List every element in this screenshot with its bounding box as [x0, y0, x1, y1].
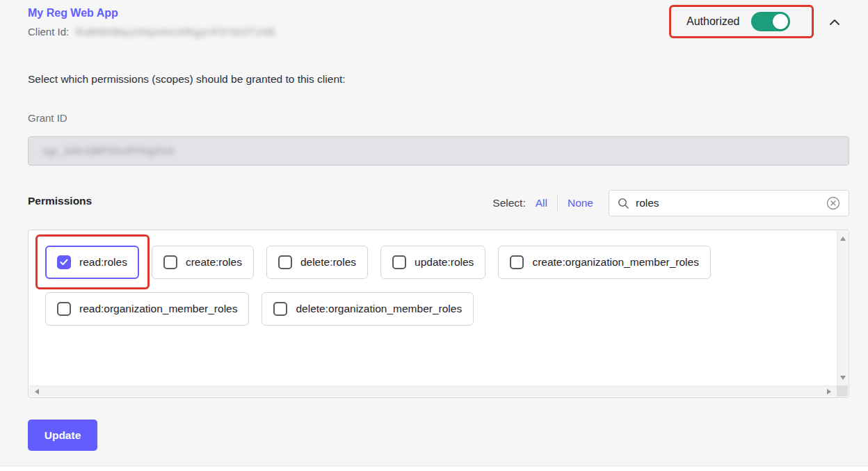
permission-pill-delete-org-member-roles[interactable]: delete:organization_member_roles — [262, 292, 474, 326]
toggle-knob-icon — [773, 14, 788, 29]
authorized-annotation-box: Authorized — [669, 5, 814, 38]
permission-label: delete:roles — [300, 256, 356, 269]
update-button[interactable]: Update — [28, 420, 97, 451]
clear-icon — [826, 196, 840, 210]
client-id-value: RsBNhtBqu2HqxHeU0RgyrIP3Ybi3T1NE — [76, 26, 276, 38]
permission-label: create:roles — [186, 256, 242, 269]
search-icon — [618, 198, 629, 209]
authorized-label: Authorized — [686, 15, 740, 28]
permission-label: delete:organization_member_roles — [296, 303, 462, 315]
scrollbar-corner — [837, 385, 848, 397]
permissions-toolbar: Select: All None — [492, 190, 849, 216]
scroll-up-icon[interactable] — [840, 237, 846, 241]
permission-label: create:organization_member_roles — [532, 256, 699, 269]
permission-label: update:roles — [415, 256, 474, 269]
permission-pill-delete-roles[interactable]: delete:roles — [266, 246, 368, 279]
scroll-down-icon[interactable] — [840, 376, 846, 380]
permission-pill-read-org-member-roles[interactable]: read:organization_member_roles — [45, 292, 249, 326]
select-divider — [557, 195, 558, 211]
checkbox-icon[interactable] — [57, 302, 71, 316]
client-grant-panel: My Reg Web App Client Id: RsBNhtBqu2HqxH… — [0, 0, 868, 466]
clear-search-button[interactable] — [826, 196, 840, 210]
permissions-list: read:roles create:roles delete:roles upd… — [45, 246, 821, 326]
checkbox-icon[interactable] — [273, 302, 287, 316]
client-id-label: Client Id: — [28, 26, 69, 38]
permissions-search-box — [609, 190, 849, 216]
vertical-scrollbar[interactable] — [837, 231, 848, 385]
grant-id-value: cgr_3AhJd8P33uPFHg0VA — [42, 145, 175, 157]
select-cluster: Select: All None — [492, 195, 593, 211]
permission-pill-update-roles[interactable]: update:roles — [380, 246, 485, 279]
client-id-row: Client Id: RsBNhtBqu2HqxHeU0RgyrIP3Ybi3T… — [28, 26, 276, 38]
permission-label: read:roles — [79, 256, 127, 269]
permission-label: read:organization_member_roles — [79, 303, 237, 315]
checkbox-icon[interactable] — [510, 255, 524, 269]
search-input[interactable] — [636, 197, 820, 209]
select-label: Select: — [492, 197, 525, 209]
select-all-link[interactable]: All — [536, 197, 547, 209]
scopes-instruction: Select which permissions (scopes) should… — [28, 73, 346, 86]
permissions-row-2: read:organization_member_roles delete:or… — [45, 292, 821, 326]
checkbox-checked-icon[interactable] — [57, 255, 71, 269]
permissions-heading: Permissions — [28, 195, 92, 207]
collapse-button[interactable] — [823, 11, 846, 33]
checkbox-icon[interactable] — [392, 255, 406, 269]
authorized-toggle[interactable] — [751, 12, 790, 31]
check-icon — [60, 259, 68, 266]
grant-id-label: Grant ID — [28, 112, 67, 124]
checkbox-icon[interactable] — [163, 255, 177, 269]
scroll-left-icon[interactable] — [35, 389, 39, 394]
permission-pill-create-org-member-roles[interactable]: create:organization_member_roles — [498, 246, 711, 279]
permissions-row-1: read:roles create:roles delete:roles upd… — [45, 246, 821, 279]
permission-pill-read-roles[interactable]: read:roles — [45, 246, 139, 279]
app-name-link[interactable]: My Reg Web App — [28, 7, 118, 19]
permissions-panel: read:roles create:roles delete:roles upd… — [28, 230, 849, 398]
permission-pill-create-roles[interactable]: create:roles — [152, 246, 254, 279]
horizontal-scrollbar[interactable] — [29, 385, 837, 397]
chevron-up-icon — [829, 19, 840, 26]
scroll-right-icon[interactable] — [827, 389, 831, 394]
checkbox-icon[interactable] — [278, 255, 292, 269]
select-none-link[interactable]: None — [568, 197, 593, 209]
grant-id-field: cgr_3AhJd8P33uPFHg0VA — [28, 136, 849, 166]
